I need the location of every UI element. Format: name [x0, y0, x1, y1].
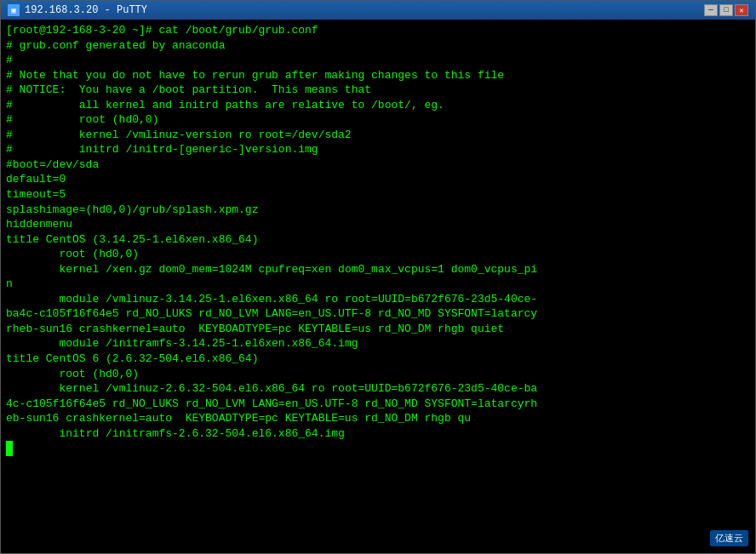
putty-window: ▣ 192.168.3.20 - PuTTY ─ □ ✕ [root@192-1…	[0, 0, 756, 554]
terminal-output: [root@192-168-3-20 ~]# cat /boot/grub/gr…	[6, 23, 750, 456]
maximize-button[interactable]: □	[719, 4, 733, 16]
minimize-button[interactable]: ─	[704, 4, 718, 16]
window-title: 192.168.3.20 - PuTTY	[25, 4, 147, 16]
title-bar-left: ▣ 192.168.3.20 - PuTTY	[8, 4, 147, 16]
close-button[interactable]: ✕	[735, 4, 748, 16]
title-bar-buttons: ─ □ ✕	[704, 4, 748, 16]
watermark: 亿速云	[710, 530, 748, 546]
title-bar: ▣ 192.168.3.20 - PuTTY ─ □ ✕	[1, 1, 755, 20]
terminal-area[interactable]: [root@192-168-3-20 ~]# cat /boot/grub/gr…	[1, 20, 755, 553]
putty-icon: ▣	[8, 4, 20, 16]
